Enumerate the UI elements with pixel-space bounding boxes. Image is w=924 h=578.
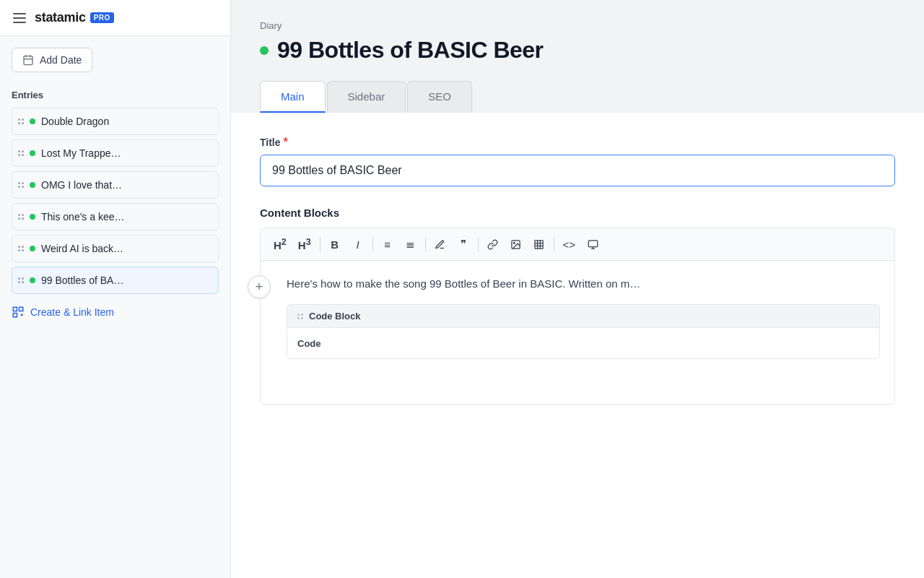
sidebar: statamic PRO Add Date Entries Double Dra… bbox=[0, 0, 231, 578]
svg-rect-5 bbox=[19, 307, 23, 311]
toolbar-table-button[interactable] bbox=[529, 234, 549, 254]
code-block-header: Code Block bbox=[287, 305, 879, 328]
title-input[interactable] bbox=[260, 155, 895, 186]
entry-name-4: This one's a kee… bbox=[41, 211, 212, 223]
tab-main[interactable]: Main bbox=[260, 81, 326, 113]
svg-rect-4 bbox=[13, 307, 17, 311]
create-link-label: Create & Link Item bbox=[30, 306, 114, 318]
toolbar-separator-4 bbox=[478, 237, 479, 251]
entry-status-dot-2 bbox=[30, 150, 35, 156]
code-block-title: Code Block bbox=[309, 311, 361, 322]
editor-paragraph[interactable]: Here's how to make the song 99 Bottles o… bbox=[287, 275, 880, 293]
tabs-row: Main Sidebar SEO bbox=[231, 81, 924, 113]
tab-sidebar[interactable]: Sidebar bbox=[327, 81, 406, 113]
toolbar-separator-5 bbox=[554, 237, 554, 251]
create-link-item[interactable]: Create & Link Item bbox=[12, 306, 219, 319]
breadcrumb: Diary bbox=[260, 20, 895, 31]
entry-name-3: OMG I love that… bbox=[41, 179, 212, 191]
entry-name-2: Lost My Trappe… bbox=[41, 147, 212, 159]
entry-name-1: Double Dragon bbox=[41, 116, 212, 127]
drag-handle-6 bbox=[18, 277, 24, 283]
title-field-label: Title * bbox=[260, 136, 895, 149]
add-date-label: Add Date bbox=[40, 54, 82, 66]
entry-status-dot-5 bbox=[30, 246, 35, 251]
svg-point-8 bbox=[513, 242, 515, 243]
entry-item-4[interactable]: This one's a kee… bbox=[12, 203, 219, 230]
brand: statamic PRO bbox=[35, 10, 114, 25]
toolbar-h2-button[interactable]: H2 bbox=[269, 234, 291, 254]
brand-name: statamic bbox=[35, 10, 86, 25]
page-title-row: 99 Bottles of BASIC Beer bbox=[260, 37, 895, 64]
page-title: 99 Bottles of BASIC Beer bbox=[277, 37, 544, 64]
tab-seo[interactable]: SEO bbox=[407, 81, 472, 113]
drag-handle-5 bbox=[18, 246, 24, 251]
toolbar-separator-3 bbox=[425, 237, 426, 251]
drag-handle-4 bbox=[18, 214, 24, 220]
sidebar-body: Add Date Entries Double Dragon Lost My T… bbox=[0, 36, 230, 578]
content-toolbar: H2 H3 B I ≡ ≣ ❞ <> bbox=[260, 228, 895, 260]
required-star: * bbox=[284, 136, 288, 149]
svg-rect-0 bbox=[24, 56, 32, 65]
editor-content: Here's how to make the song 99 Bottles o… bbox=[261, 261, 894, 374]
toolbar-quote-button[interactable]: ❞ bbox=[453, 234, 474, 254]
toolbar-italic-button[interactable]: I bbox=[348, 234, 368, 254]
drag-handle-1 bbox=[18, 118, 24, 124]
entries-list: Double Dragon Lost My Trappe… OMG I love… bbox=[12, 108, 219, 294]
form-area: Title * Content Blocks H2 H3 B I ≡ ≣ ❞ bbox=[231, 113, 924, 578]
entry-item-3[interactable]: OMG I love that… bbox=[12, 171, 219, 199]
add-date-button[interactable]: Add Date bbox=[12, 48, 92, 72]
content-blocks-label: Content Blocks bbox=[260, 207, 895, 219]
entry-item-6[interactable]: 99 Bottles of BA… bbox=[12, 267, 219, 294]
main-content: Diary 99 Bottles of BASIC Beer Main Side… bbox=[231, 0, 924, 578]
editor-area: + Here's how to make the song 99 Bottles… bbox=[260, 260, 895, 405]
page-header: Diary 99 Bottles of BASIC Beer bbox=[231, 0, 924, 81]
code-block: Code Block Code bbox=[287, 304, 880, 359]
toolbar-code-button[interactable]: <> bbox=[559, 234, 580, 254]
code-block-drag-handle bbox=[297, 314, 303, 319]
menu-icon[interactable] bbox=[13, 13, 26, 23]
toolbar-image-button[interactable] bbox=[506, 234, 526, 254]
create-link-icon bbox=[12, 306, 25, 319]
toolbar-ul-button[interactable]: ≡ bbox=[378, 234, 398, 254]
toolbar-terminal-button[interactable] bbox=[583, 234, 603, 254]
entry-status-dot-6 bbox=[30, 277, 35, 283]
toolbar-h3-button[interactable]: H3 bbox=[294, 234, 315, 254]
entry-item-5[interactable]: Weird AI is back… bbox=[12, 235, 219, 262]
toolbar-separator-2 bbox=[372, 237, 373, 251]
code-block-body[interactable]: Code bbox=[287, 328, 879, 358]
entry-status-dot-1 bbox=[30, 118, 35, 124]
entry-name-6: 99 Bottles of BA… bbox=[41, 275, 212, 286]
entry-name-5: Weird AI is back… bbox=[41, 243, 212, 254]
svg-rect-14 bbox=[588, 240, 598, 246]
toolbar-ol-button[interactable]: ≣ bbox=[401, 234, 421, 254]
drag-handle-2 bbox=[18, 150, 24, 156]
add-block-button[interactable]: + bbox=[248, 275, 271, 298]
drag-handle-3 bbox=[18, 182, 24, 188]
code-label: Code bbox=[297, 338, 321, 349]
entry-status-dot-4 bbox=[30, 214, 35, 220]
calendar-icon bbox=[22, 54, 34, 66]
toolbar-link-button[interactable] bbox=[483, 234, 503, 254]
toolbar-separator-1 bbox=[320, 237, 321, 251]
svg-rect-6 bbox=[13, 314, 17, 317]
toolbar-highlight-button[interactable] bbox=[430, 234, 450, 254]
entry-item-2[interactable]: Lost My Trappe… bbox=[12, 139, 219, 167]
page-status-dot bbox=[260, 46, 269, 55]
svg-rect-9 bbox=[535, 240, 543, 248]
entry-item-1[interactable]: Double Dragon bbox=[12, 108, 219, 135]
sidebar-header: statamic PRO bbox=[0, 0, 230, 36]
entries-heading: Entries bbox=[12, 90, 219, 100]
brand-pro-badge: PRO bbox=[90, 12, 114, 23]
toolbar-bold-button[interactable]: B bbox=[325, 234, 345, 254]
entry-status-dot-3 bbox=[30, 182, 35, 188]
